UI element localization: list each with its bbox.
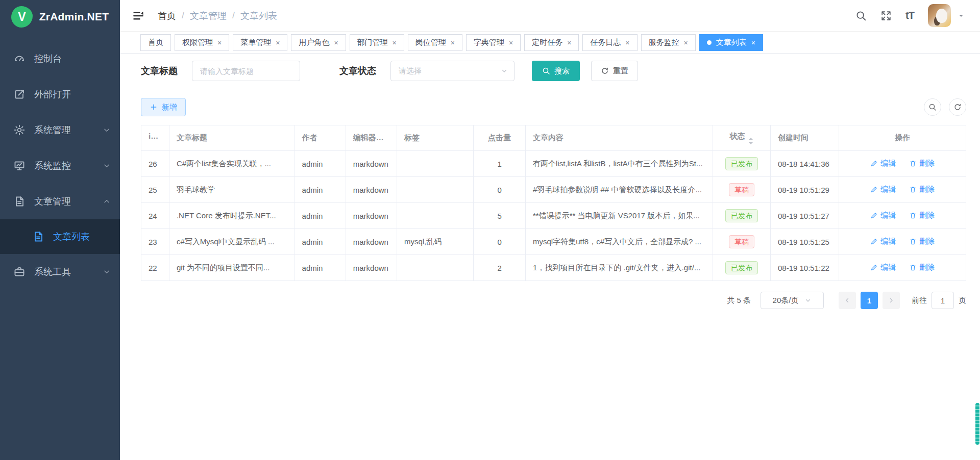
search-button[interactable]: 搜索 <box>532 61 580 81</box>
active-dot <box>707 40 712 45</box>
close-icon[interactable]: × <box>276 39 280 46</box>
article-status-label: 文章状态 <box>339 65 376 77</box>
sidebar-item-article-list[interactable]: 文章列表 <box>0 219 120 254</box>
page-number-1[interactable]: 1 <box>861 292 878 309</box>
close-icon[interactable]: × <box>751 39 755 46</box>
app-logo[interactable]: V ZrAdmin.NET <box>0 0 120 34</box>
tab-task-log[interactable]: 任务日志 × <box>582 34 637 51</box>
page-jump-input[interactable] <box>932 292 954 309</box>
search-icon[interactable] <box>855 10 867 21</box>
delete-button[interactable]: 删除 <box>909 185 935 194</box>
breadcrumb-article-management: 文章管理 <box>190 10 227 22</box>
tab-permission-management[interactable]: 权限管理 × <box>175 34 229 51</box>
external-link-icon <box>13 88 26 100</box>
table-row: 25 羽毛球教学 admin markdown 0 #羽毛球拍参数说明 ## 中… <box>141 177 966 203</box>
column-header-editor-type: 编辑器类型 <box>346 125 397 151</box>
close-icon[interactable]: × <box>567 39 571 46</box>
breadcrumb-home[interactable]: 首页 <box>158 10 176 22</box>
tab-department-management[interactable]: 部门管理 × <box>350 34 404 51</box>
dashboard-icon <box>13 53 26 65</box>
pagination: 共 5 条 20条/页 1 前往 页 <box>141 292 966 309</box>
status-badge: 草稿 <box>729 183 754 197</box>
sidebar-item-external-open[interactable]: 外部打开 <box>0 76 120 112</box>
delete-button[interactable]: 删除 <box>909 211 935 220</box>
add-button[interactable]: 新增 <box>141 98 186 116</box>
tab-scheduled-tasks[interactable]: 定时任务 × <box>524 34 579 51</box>
breadcrumb-separator: / <box>232 10 235 21</box>
table-row: 22 git 为不同的项目设置不同... admin markdown 2 1，… <box>141 255 966 281</box>
article-title-label: 文章标题 <box>141 65 178 77</box>
reset-button[interactable]: 重置 <box>591 61 638 81</box>
scrollbar-thumb[interactable] <box>975 403 979 445</box>
sidebar-item-system-monitor[interactable]: 系统监控 <box>0 148 120 184</box>
edit-button[interactable]: 编辑 <box>870 263 896 272</box>
trash-icon <box>909 264 917 271</box>
toolbox-icon <box>13 266 26 278</box>
user-avatar[interactable] <box>928 4 951 27</box>
close-icon[interactable]: × <box>684 39 688 46</box>
column-header-id[interactable]: id <box>141 125 169 151</box>
sidebar-item-system-management[interactable]: 系统管理 <box>0 112 120 148</box>
tab-menu-management[interactable]: 菜单管理 × <box>233 34 287 51</box>
table-toolbar: 新增 <box>141 98 966 116</box>
next-page-button[interactable] <box>883 292 900 309</box>
edit-button[interactable]: 编辑 <box>870 211 896 220</box>
edit-button[interactable]: 编辑 <box>870 159 896 168</box>
pencil-icon <box>870 264 878 271</box>
article-status-select[interactable]: 请选择 <box>390 61 514 81</box>
refresh-table-button[interactable] <box>949 98 966 116</box>
trash-icon <box>909 238 917 245</box>
sort-carets-icon[interactable] <box>159 138 164 144</box>
status-badge: 已发布 <box>725 261 758 275</box>
sidebar-item-system-tools[interactable]: 系统工具 <box>0 254 120 290</box>
edit-button[interactable]: 编辑 <box>870 185 896 194</box>
chevron-down-icon <box>103 162 111 170</box>
gear-icon <box>13 124 26 136</box>
delete-button[interactable]: 删除 <box>909 237 935 246</box>
chevron-down-icon <box>103 268 111 276</box>
edit-button[interactable]: 编辑 <box>870 237 896 246</box>
close-icon[interactable]: × <box>393 39 397 46</box>
jump-prefix: 前往 <box>912 296 927 305</box>
plus-icon <box>150 103 158 111</box>
caret-down-icon[interactable] <box>958 12 965 19</box>
sidebar-item-dashboard[interactable]: 控制台 <box>0 41 120 76</box>
header-actions: tT <box>855 4 965 27</box>
delete-button[interactable]: 删除 <box>909 159 935 168</box>
sidebar-item-article-management[interactable]: 文章管理 <box>0 184 120 219</box>
status-badge: 草稿 <box>729 235 754 249</box>
close-icon[interactable]: × <box>451 39 455 46</box>
delete-button[interactable]: 删除 <box>909 263 935 272</box>
tab-bar: 首页 权限管理 × 菜单管理 × 用户角色 × 部门管理 × 岗位管理 × 字典… <box>120 32 980 54</box>
close-icon[interactable]: × <box>509 39 513 46</box>
table-header-row: id 文章标题 作者 编辑器类型 标签 点击量 文章内容 状态 创建时间 操作 <box>141 125 966 151</box>
article-title-input[interactable] <box>192 61 300 81</box>
column-header-created: 创建时间 <box>770 125 839 151</box>
tab-dict-management[interactable]: 字典管理 × <box>466 34 521 51</box>
column-header-status[interactable]: 状态 <box>713 125 770 151</box>
tab-home[interactable]: 首页 <box>140 34 171 51</box>
tab-article-list[interactable]: 文章列表 × <box>699 34 763 51</box>
chevron-down-icon <box>804 297 812 304</box>
close-icon[interactable]: × <box>334 39 338 46</box>
tab-service-monitor[interactable]: 服务监控 × <box>641 34 696 51</box>
pencil-icon <box>870 160 878 167</box>
prev-page-button[interactable] <box>839 292 856 309</box>
table-row: 24 .NET Core 发布时提示.NET... admin markdown… <box>141 203 966 229</box>
close-icon[interactable]: × <box>217 39 222 46</box>
tab-user-role[interactable]: 用户角色 × <box>291 34 346 51</box>
article-table: id 文章标题 作者 编辑器类型 标签 点击量 文章内容 状态 创建时间 操作 <box>141 125 966 281</box>
trash-icon <box>909 186 917 193</box>
sort-carets-icon[interactable] <box>748 138 753 144</box>
fullscreen-icon[interactable] <box>880 10 892 21</box>
column-header-title: 文章标题 <box>169 125 295 151</box>
show-search-button[interactable] <box>924 98 941 116</box>
font-size-icon[interactable]: tT <box>905 10 914 21</box>
tab-post-management[interactable]: 岗位管理 × <box>408 34 462 51</box>
column-header-actions: 操作 <box>839 125 966 151</box>
search-icon <box>928 103 937 111</box>
close-icon[interactable]: × <box>625 39 629 46</box>
column-header-tags: 标签 <box>397 125 473 151</box>
page-size-select[interactable]: 20条/页 <box>761 292 824 309</box>
hamburger-icon[interactable] <box>132 10 144 22</box>
